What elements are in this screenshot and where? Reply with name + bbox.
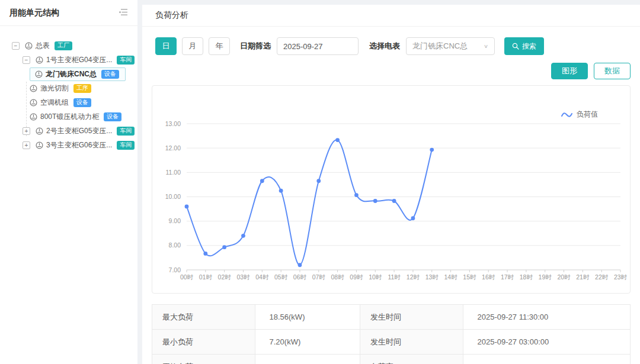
period-button-月[interactable]: 月 (182, 37, 203, 55)
tree-node[interactable]: +2号主变柜G05变压...车间 (0, 124, 137, 138)
filter-toolbar: 日月年 日期筛选 选择电表 龙门铣床CNC总 ∨ 搜索 (155, 37, 627, 55)
tree-node-label: 总表 (36, 41, 50, 51)
search-button[interactable]: 搜索 (504, 37, 544, 55)
tree-collapse-icon[interactable] (119, 8, 128, 18)
svg-text:10.00: 10.00 (165, 193, 181, 200)
date-filter-label: 日期筛选 (240, 41, 271, 51)
panel-header: 负荷分析 (142, 5, 640, 27)
summary-label-cell: 最小负荷 (152, 330, 255, 355)
svg-text:08时: 08时 (331, 273, 345, 281)
view-button-数据[interactable]: 数据 (594, 63, 631, 79)
tree-node-label: 2号主变柜G05变压... (46, 126, 112, 136)
node-type-badge: 工序 (73, 84, 91, 93)
svg-text:10时: 10时 (369, 273, 382, 281)
svg-text:9.00: 9.00 (169, 217, 181, 224)
svg-text:00时: 00时 (180, 273, 194, 281)
search-icon (512, 43, 519, 50)
svg-text:23时: 23时 (614, 273, 628, 281)
meter-icon (30, 85, 37, 92)
collapse-node-icon[interactable]: − (12, 42, 20, 50)
svg-text:14时: 14时 (444, 273, 457, 281)
view-toggle-group: 图形数据 (152, 63, 631, 79)
tree-node[interactable]: −总表工厂 (0, 38, 137, 53)
period-button-日[interactable]: 日 (155, 37, 177, 55)
page-title: 负荷分析 (155, 10, 188, 21)
svg-text:16时: 16时 (482, 273, 495, 281)
collapse-node-icon[interactable]: − (23, 56, 30, 64)
chevron-down-icon: ∨ (484, 43, 488, 49)
node-type-badge: 设备 (101, 70, 119, 79)
sidebar-title: 用能单元结构 (9, 8, 59, 18)
tree-node-label: 3号主变柜G06变压... (46, 140, 112, 150)
svg-text:12时: 12时 (407, 273, 420, 281)
expand-node-icon[interactable]: + (23, 141, 30, 149)
meter-select-value: 龙门铣床CNC总 (412, 41, 468, 51)
legend-label: 负荷值 (577, 109, 598, 120)
meter-icon (25, 42, 33, 50)
svg-text:03时: 03时 (236, 273, 250, 281)
tree-node[interactable]: 龙门铣床CNC总设备 (0, 67, 137, 81)
svg-text:11.00: 11.00 (166, 169, 181, 176)
tree-node[interactable]: 空调机组设备 (0, 95, 137, 109)
summary-value-cell: 9.76(kW) (255, 355, 360, 364)
tree-node[interactable]: 激光切割工序 (0, 81, 137, 95)
summary-label-cell: 最大负荷 (152, 305, 255, 330)
meter-select[interactable]: 龙门铣床CNC总 ∨ (406, 37, 495, 55)
summary-label-cell: 发生时间 (360, 305, 463, 330)
svg-text:13.00: 13.00 (165, 120, 181, 127)
tree-node-label: 800T锻压机动力柜 (40, 112, 99, 122)
view-button-图形[interactable]: 图形 (551, 63, 588, 79)
svg-text:19时: 19时 (539, 273, 552, 281)
svg-text:05时: 05时 (274, 273, 288, 281)
svg-text:15时: 15时 (463, 273, 476, 281)
meter-icon (36, 141, 43, 149)
node-type-badge: 设备 (104, 112, 121, 121)
tree-node-label: 龙门铣床CNC总 (46, 69, 97, 79)
sidebar-header: 用能单元结构 (0, 0, 137, 26)
meter-icon (30, 113, 37, 121)
summary-value-cell: 2025-09-27 03:00:00 (463, 330, 630, 355)
svg-text:21时: 21时 (576, 273, 590, 281)
meter-icon (35, 70, 43, 78)
svg-text:13时: 13时 (425, 273, 439, 281)
selected-tree-node[interactable]: 龙门铣床CNC总设备 (30, 67, 126, 81)
meter-icon (36, 56, 43, 64)
svg-text:7.00: 7.00 (169, 266, 181, 273)
energy-unit-sidebar: 用能单元结构 −总表工厂−1号主变柜G04变压...车间龙门铣床CNC总设备激光… (0, 0, 137, 364)
node-type-badge: 工厂 (55, 41, 72, 50)
tree-node[interactable]: −1号主变柜G04变压...车间 (0, 53, 137, 67)
summary-row: 最小负荷7.20(kW)发生时间2025-09-27 03:00:00 (152, 330, 631, 355)
svg-text:22时: 22时 (595, 273, 609, 281)
svg-text:07时: 07时 (312, 273, 326, 281)
meter-icon (36, 127, 43, 135)
summary-label-cell: 平均负荷 (152, 355, 255, 364)
summary-value-cell: 7.20(kW) (255, 330, 360, 355)
svg-text:17时: 17时 (501, 273, 514, 281)
summary-label-cell: 发生时间 (360, 330, 463, 355)
svg-text:02时: 02时 (218, 273, 232, 281)
search-button-label: 搜索 (522, 41, 536, 51)
legend-item-load[interactable]: 负荷值 (561, 109, 598, 120)
load-summary: 最大负荷18.56(kW)发生时间2025-09-27 11:30:00最小负荷… (152, 304, 631, 364)
svg-text:06时: 06时 (293, 273, 307, 281)
svg-text:8.00: 8.00 (169, 241, 181, 249)
svg-text:09时: 09时 (350, 273, 363, 281)
period-button-年[interactable]: 年 (209, 37, 230, 55)
load-line-chart[interactable]: 7.008.009.0010.0011.0012.0013.0000时01时02… (152, 86, 630, 293)
summary-label-cell: 负荷率 (360, 355, 463, 364)
svg-text:12.00: 12.00 (165, 144, 181, 152)
svg-text:20时: 20时 (557, 273, 571, 281)
svg-text:01时: 01时 (199, 273, 213, 281)
load-summary-table: 最大负荷18.56(kW)发生时间2025-09-27 11:30:00最小负荷… (152, 304, 631, 364)
summary-row: 平均负荷9.76(kW)负荷率52.56% (152, 355, 631, 364)
load-chart-card: 负荷值 7.008.009.0010.0011.0012.0013.0000时0… (152, 85, 631, 294)
meter-icon (30, 99, 37, 107)
date-input[interactable] (277, 37, 359, 55)
tree-node-label: 1号主变柜G04变压... (46, 55, 112, 65)
tree-node[interactable]: +3号主变柜G06变压...车间 (0, 138, 137, 152)
load-analysis-panel: 负荷分析 日月年 日期筛选 选择电表 龙门铣床CNC总 ∨ 搜索 图形数据 (142, 5, 640, 364)
tree-node[interactable]: 800T锻压机动力柜设备 (0, 109, 137, 124)
svg-text:11时: 11时 (388, 273, 401, 281)
expand-node-icon[interactable]: + (23, 127, 30, 135)
tree-node-label: 激光切割 (40, 83, 69, 94)
